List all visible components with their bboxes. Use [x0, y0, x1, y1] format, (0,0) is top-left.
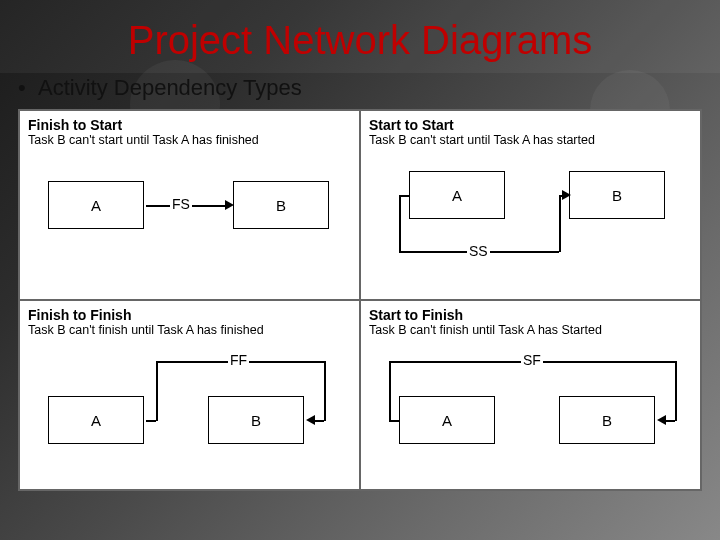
- diagram-ss: A B SS: [369, 151, 692, 281]
- diagram-ff: A B FF: [28, 341, 351, 471]
- dependency-label: SF: [521, 352, 543, 368]
- task-box-a: A: [399, 396, 495, 444]
- arrow-left-icon: [657, 415, 666, 425]
- cell-subtitle: Task B can't start until Task A has fini…: [28, 133, 351, 147]
- cell-title: Finish to Finish: [28, 307, 351, 323]
- arrow-left-icon: [306, 415, 315, 425]
- connector-line: [675, 361, 677, 421]
- connector-line: [314, 420, 324, 422]
- connector-line: [559, 195, 561, 252]
- connector-line: [665, 420, 675, 422]
- bullet-item: Activity Dependency Types: [0, 73, 720, 109]
- diagram-sf: A B SF: [369, 341, 692, 471]
- task-box-b: B: [559, 396, 655, 444]
- cell-subtitle: Task B can't finish until Task A has Sta…: [369, 323, 692, 337]
- cell-title: Start to Start: [369, 117, 692, 133]
- cell-subtitle: Task B can't start until Task A has star…: [369, 133, 692, 147]
- connector-line: [156, 361, 158, 421]
- task-box-a: A: [409, 171, 505, 219]
- dependency-label: FS: [170, 196, 192, 212]
- task-box-a: A: [48, 396, 144, 444]
- connector-line: [399, 195, 409, 197]
- connector-line: [389, 420, 399, 422]
- task-box-b: B: [208, 396, 304, 444]
- connector-line: [399, 195, 401, 251]
- task-box-a: A: [48, 181, 144, 229]
- slide-title: Project Network Diagrams: [0, 0, 720, 73]
- cell-finish-to-finish: Finish to Finish Task B can't finish unt…: [19, 300, 360, 490]
- connector-line: [389, 361, 391, 421]
- connector-line: [324, 361, 326, 421]
- cell-finish-to-start: Finish to Start Task B can't start until…: [19, 110, 360, 300]
- arrow-right-icon: [225, 200, 234, 210]
- diagram-fs: A B FS: [28, 151, 351, 281]
- cell-subtitle: Task B can't finish until Task A has fin…: [28, 323, 351, 337]
- diagram-panel: Finish to Start Task B can't start until…: [18, 109, 702, 491]
- cell-start-to-finish: Start to Finish Task B can't finish unti…: [360, 300, 701, 490]
- arrow-right-icon: [562, 190, 571, 200]
- task-box-b: B: [233, 181, 329, 229]
- dependency-label: SS: [467, 243, 490, 259]
- dependency-label: FF: [228, 352, 249, 368]
- slide: Project Network Diagrams Activity Depend…: [0, 0, 720, 540]
- task-box-b: B: [569, 171, 665, 219]
- cell-start-to-start: Start to Start Task B can't start until …: [360, 110, 701, 300]
- cell-title: Start to Finish: [369, 307, 692, 323]
- connector-line: [146, 420, 156, 422]
- cell-title: Finish to Start: [28, 117, 351, 133]
